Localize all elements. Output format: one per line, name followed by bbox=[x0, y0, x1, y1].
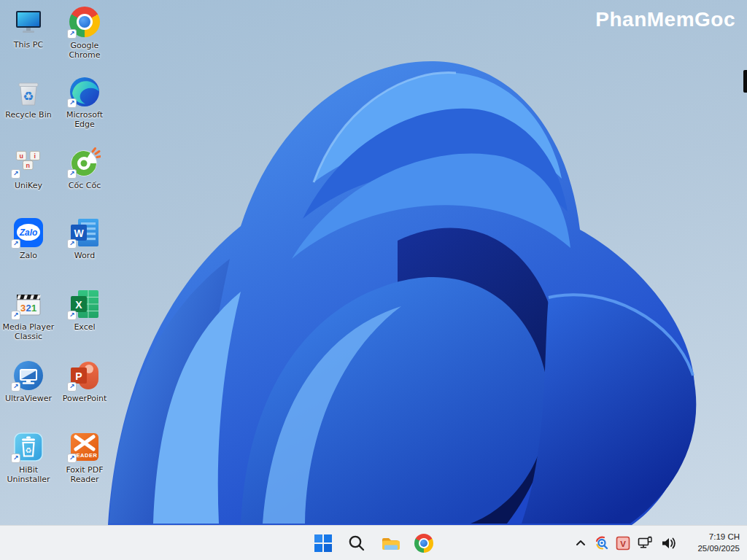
search-button[interactable] bbox=[343, 529, 371, 557]
foxit-pdf-reader-icon: READER ↗ bbox=[69, 431, 101, 463]
desktop-icon-unikey[interactable]: u i n ↗ UniKey bbox=[1, 147, 56, 190]
desktop-icon-label: Excel bbox=[57, 322, 112, 332]
taskbar: V 7:19 CH 25/09/2025 bbox=[0, 525, 747, 560]
svg-text:u: u bbox=[19, 152, 23, 160]
hibit-uninstaller-icon: ♻ ↗ bbox=[12, 431, 44, 463]
svg-text:P: P bbox=[75, 370, 82, 382]
speaker-icon bbox=[659, 534, 677, 552]
desktop-icon-recycle-bin[interactable]: ♻ Recycle Bin bbox=[1, 76, 56, 120]
desktop-area[interactable]: PhanMemGoc This PC bbox=[0, 0, 747, 525]
shortcut-arrow-icon: ↗ bbox=[67, 98, 77, 108]
shortcut-arrow-icon: ↗ bbox=[67, 29, 77, 39]
ultraviewer-icon: ↗ bbox=[12, 359, 44, 392]
desktop-icon-label: Microsoft Edge bbox=[57, 110, 112, 129]
shortcut-arrow-icon: ↗ bbox=[11, 239, 20, 249]
desktop-icon-google-chrome[interactable]: ↗ Google Chrome bbox=[57, 6, 112, 60]
coc-coc-icon: ↗ bbox=[69, 147, 101, 179]
desktop-icon-foxit-pdf-reader[interactable]: READER ↗ Foxit PDF Reader bbox=[57, 431, 112, 484]
svg-text:i: i bbox=[34, 152, 36, 160]
svg-text:W: W bbox=[74, 228, 84, 239]
google-chrome-icon: ↗ bbox=[69, 7, 101, 39]
desktop-icon-word[interactable]: W ↗ Word bbox=[57, 217, 112, 260]
powerpoint-icon: P ↗ bbox=[69, 359, 101, 392]
excel-icon: X ↗ bbox=[69, 288, 101, 320]
desktop-icon-powerpoint[interactable]: P ↗ PowerPoint bbox=[57, 359, 112, 403]
this-pc-icon bbox=[12, 6, 44, 38]
tray-volume-button[interactable] bbox=[658, 533, 678, 553]
media-player-classic-icon: 3 2 1 ↗ bbox=[12, 288, 44, 320]
scanner-app-icon bbox=[594, 535, 610, 551]
desktop-icon-excel[interactable]: X ↗ Excel bbox=[57, 288, 112, 332]
desktop-icon-zalo[interactable]: Zalo ↗ Zalo bbox=[1, 217, 56, 260]
svg-text:♻: ♻ bbox=[23, 90, 34, 104]
svg-text:3: 3 bbox=[20, 303, 26, 314]
v-app-icon: V bbox=[616, 536, 630, 551]
desktop-icon-label: Zalo bbox=[1, 251, 56, 260]
microsoft-edge-icon: ↗ bbox=[69, 76, 101, 108]
shortcut-arrow-icon: ↗ bbox=[67, 382, 77, 392]
desktop-icon-label: HiBit Uninstaller bbox=[1, 465, 56, 484]
zalo-icon: Zalo ↗ bbox=[12, 217, 44, 249]
shortcut-arrow-icon: ↗ bbox=[11, 169, 20, 179]
shortcut-arrow-icon: ↗ bbox=[67, 169, 77, 179]
windows-desktop-screen: PhanMemGoc This PC bbox=[0, 0, 747, 560]
search-icon bbox=[348, 534, 365, 552]
word-icon: W ↗ bbox=[69, 217, 101, 249]
clock-time: 7:19 CH bbox=[686, 532, 740, 543]
shortcut-arrow-icon: ↗ bbox=[11, 382, 20, 392]
svg-text:2: 2 bbox=[26, 303, 31, 314]
recycle-bin-icon: ♻ bbox=[12, 76, 44, 108]
svg-text:♻: ♻ bbox=[26, 446, 32, 454]
tray-network-button[interactable] bbox=[635, 533, 655, 553]
tray-clock[interactable]: 7:19 CH 25/09/2025 bbox=[681, 532, 743, 554]
unikey-icon: u i n ↗ bbox=[12, 147, 44, 179]
svg-text:1: 1 bbox=[31, 303, 36, 314]
start-button[interactable] bbox=[309, 529, 337, 557]
desktop-icon-microsoft-edge[interactable]: ↗ Microsoft Edge bbox=[57, 76, 112, 129]
chevron-up-icon bbox=[573, 536, 588, 551]
desktop-icon-label: UniKey bbox=[1, 181, 56, 190]
shortcut-arrow-icon: ↗ bbox=[67, 311, 77, 320]
svg-text:V: V bbox=[620, 540, 626, 548]
desktop-icon-hibit-uninstaller[interactable]: ♻ ↗ HiBit Uninstaller bbox=[1, 431, 56, 484]
desktop-icon-label: Media Player Classic bbox=[1, 322, 56, 341]
svg-text:n: n bbox=[26, 162, 30, 169]
chrome-blue-core bbox=[79, 16, 90, 28]
tray-hidden-icons-button[interactable] bbox=[572, 534, 589, 552]
screen-edge-notch bbox=[743, 70, 747, 93]
desktop-icon-label: Foxit PDF Reader bbox=[57, 465, 112, 484]
tray-scanner-app-button[interactable] bbox=[592, 534, 611, 553]
chrome-taskbar-button[interactable] bbox=[410, 529, 438, 557]
desktop-icon-this-pc[interactable]: This PC bbox=[1, 6, 56, 50]
tray-v-app-button[interactable]: V bbox=[614, 534, 632, 552]
google-chrome-icon bbox=[414, 534, 433, 553]
desktop-icon-coc-coc[interactable]: ↗ Cốc Cốc bbox=[57, 147, 112, 190]
watermark-text: PhanMemGoc bbox=[595, 8, 735, 31]
svg-text:Zalo: Zalo bbox=[19, 228, 38, 238]
ethernet-network-icon bbox=[636, 534, 654, 552]
desktop-icon-label: Word bbox=[57, 251, 112, 260]
shortcut-arrow-icon: ↗ bbox=[67, 239, 77, 249]
desktop-icon-label: Google Chrome bbox=[57, 41, 112, 60]
desktop-icon-label: This PC bbox=[1, 40, 56, 50]
desktop-icon-label: UltraViewer bbox=[1, 394, 56, 403]
shortcut-arrow-icon: ↗ bbox=[11, 454, 20, 463]
desktop-icon-label: PowerPoint bbox=[57, 394, 112, 403]
shortcut-arrow-icon: ↗ bbox=[11, 311, 20, 320]
shortcut-arrow-icon: ↗ bbox=[67, 454, 77, 463]
desktop-icon-label: Cốc Cốc bbox=[57, 181, 112, 190]
chrome-blue-core bbox=[420, 540, 427, 547]
desktop-icon-media-player-classic[interactable]: 3 2 1 ↗ Media Player Classic bbox=[1, 288, 56, 341]
desktop-icon-label: Recycle Bin bbox=[1, 110, 56, 120]
system-tray: V 7:19 CH 25/09/2025 bbox=[572, 526, 743, 560]
windows-start-icon bbox=[314, 534, 333, 553]
desktop-icon-ultraviewer[interactable]: ↗ UltraViewer bbox=[1, 359, 56, 403]
clock-date: 25/09/2025 bbox=[686, 543, 740, 555]
svg-text:X: X bbox=[75, 299, 82, 311]
file-explorer-button[interactable] bbox=[376, 529, 404, 557]
file-explorer-icon bbox=[381, 534, 400, 553]
